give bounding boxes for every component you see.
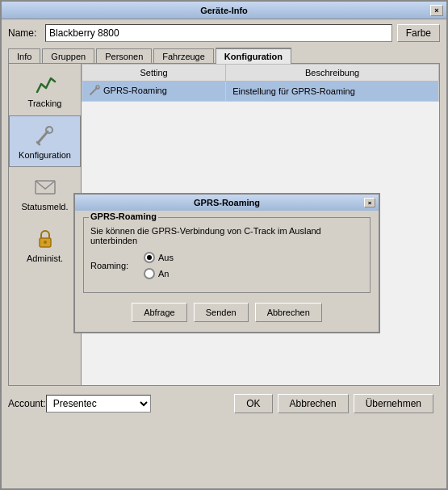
main-window: Geräte-Info × Name: Farbe Info Gruppen P… <box>0 0 448 490</box>
sidebar-statusmeld-label: Statusmeld. <box>21 202 68 211</box>
radio-aus-item[interactable]: Aus <box>144 252 174 263</box>
modal-dialog: GPRS-Roaming × GPRS-Roaming Sie können d… <box>73 193 380 333</box>
modal-group-label: GPRS-Roaming <box>89 211 158 221</box>
col-beschreibung: Beschreibung <box>226 65 439 82</box>
table-row[interactable]: GPRS-Roaming Einstellung für GPRS-Roamin… <box>82 82 439 102</box>
radio-aus-label: Aus <box>158 253 174 262</box>
modal-content: GPRS-Roaming Sie können die GPRS-Verbind… <box>75 211 379 332</box>
name-label: Name: <box>8 27 40 39</box>
ok-button[interactable]: OK <box>234 394 272 413</box>
modal-buttons: Abfrage Senden Abbrechen <box>83 299 371 325</box>
title-bar: Geräte-Info × <box>2 2 446 19</box>
abbrechen-modal-button[interactable]: Abbrechen <box>255 303 322 322</box>
tab-konfiguration[interactable]: Konfiguration <box>216 48 291 64</box>
main-panel: Tracking Konfiguration <box>8 63 440 386</box>
svg-line-0 <box>38 132 48 143</box>
sidebar-item-statusmeld[interactable]: Statusmeld. <box>9 167 81 219</box>
setting-icon <box>89 85 100 96</box>
svg-point-1 <box>46 127 52 133</box>
tabs-row: Info Gruppen Personen Fahrzeuge Konfigur… <box>8 47 440 63</box>
modal-description: Sie können die GPRS-Verbindung von C-Tra… <box>90 226 363 245</box>
setting-cell: GPRS-Roaming <box>82 82 226 102</box>
account-label: Account: <box>8 398 46 409</box>
content-area: Name: Farbe Info Gruppen Personen Fahrze… <box>2 19 446 423</box>
sidebar-administ-label: Administ. <box>27 253 63 263</box>
sidebar-item-administ[interactable]: Administ. <box>9 219 81 270</box>
left-sidebar: Tracking Konfiguration <box>9 64 82 385</box>
modal-title-bar: GPRS-Roaming × <box>75 195 379 211</box>
radio-an-label: An <box>158 269 169 279</box>
bottom-bar: Account: Presentec OK Abbrechen Übernehm… <box>8 389 440 418</box>
tab-personen[interactable]: Personen <box>96 48 152 64</box>
roaming-label: Roaming: <box>90 261 137 270</box>
administ-icon <box>32 226 58 252</box>
col-setting: Setting <box>82 65 226 82</box>
settings-table: Setting Beschreibung <box>82 64 439 102</box>
radio-an-btn[interactable] <box>144 268 155 279</box>
modal-close-button[interactable]: × <box>364 198 375 207</box>
radio-an-item[interactable]: An <box>144 268 174 279</box>
roaming-row: Roaming: Aus An <box>90 252 363 279</box>
sidebar-konfiguration-label: Konfiguration <box>19 150 71 160</box>
abfrage-button[interactable]: Abfrage <box>132 303 187 322</box>
sidebar-tracking-label: Tracking <box>28 98 62 108</box>
tab-gruppen[interactable]: Gruppen <box>42 48 94 64</box>
bottom-buttons: OK Abbrechen Übernehmen <box>234 394 433 413</box>
tab-info[interactable]: Info <box>8 48 40 64</box>
tab-fahrzeuge[interactable]: Fahrzeuge <box>153 48 214 64</box>
modal-title: GPRS-Roaming <box>90 198 364 207</box>
uebernehmen-button[interactable]: Übernehmen <box>354 394 433 413</box>
svg-line-6 <box>90 88 97 94</box>
radio-aus-btn[interactable] <box>144 252 155 263</box>
name-row: Name: Farbe <box>8 24 440 42</box>
konfiguration-icon <box>32 123 58 149</box>
svg-point-7 <box>96 86 99 89</box>
account-select[interactable]: Presentec <box>46 395 151 413</box>
sidebar-item-konfiguration[interactable]: Konfiguration <box>9 115 81 167</box>
modal-group-box: GPRS-Roaming Sie können die GPRS-Verbind… <box>83 217 371 293</box>
farbe-button[interactable]: Farbe <box>397 24 440 42</box>
radio-group: Aus An <box>144 252 174 279</box>
name-input[interactable] <box>45 24 392 42</box>
close-button[interactable]: × <box>430 5 443 16</box>
tracking-icon <box>32 71 58 97</box>
statusmeld-icon <box>32 174 58 200</box>
svg-point-5 <box>44 241 47 244</box>
abbrechen-button[interactable]: Abbrechen <box>278 394 349 413</box>
sidebar-item-tracking[interactable]: Tracking <box>9 64 81 115</box>
window-title: Geräte-Info <box>18 6 430 15</box>
description-cell: Einstellung für GPRS-Roaming <box>226 82 439 102</box>
senden-button[interactable]: Senden <box>194 303 249 322</box>
